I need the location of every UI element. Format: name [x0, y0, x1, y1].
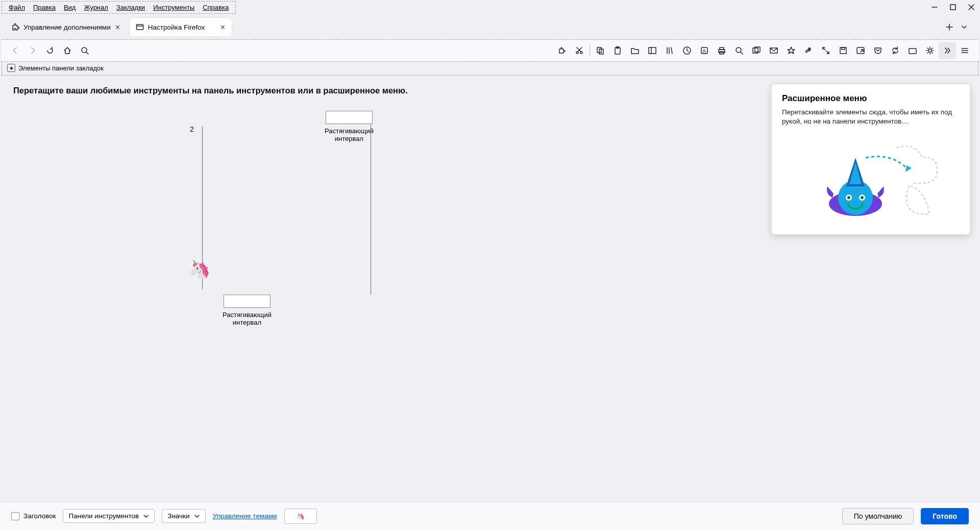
svg-rect-4 [136, 25, 143, 30]
sidebar-icon[interactable] [644, 42, 661, 59]
nav-toolbar: あ [2, 39, 978, 62]
done-button[interactable]: Готово [921, 508, 969, 524]
checkbox-label: Заголовок [23, 512, 56, 520]
devtools-icon[interactable] [800, 42, 817, 59]
print-icon[interactable] [713, 42, 730, 59]
star-icon: ★ [7, 64, 15, 72]
titlebar-checkbox[interactable]: Заголовок [11, 512, 56, 520]
dropdown-label: Значки [167, 512, 189, 520]
svg-point-42 [928, 49, 932, 52]
copy-icon[interactable] [592, 42, 609, 59]
palette-divider [371, 121, 371, 295]
separator [590, 45, 590, 56]
all-tabs-button[interactable] [961, 23, 968, 31]
overflow-chevron-icon[interactable] [939, 42, 956, 59]
library-icon[interactable] [661, 42, 678, 59]
email-link-icon[interactable] [765, 42, 782, 59]
tab-addons[interactable]: Управление дополнениями ✕ [5, 18, 127, 36]
density-dropdown[interactable]: Значки [162, 509, 205, 523]
overflow-panel-body: Перетаскивайте элементы сюда, чтобы имет… [782, 108, 960, 126]
menu-history[interactable]: Журнал [80, 3, 112, 12]
overflow-panel[interactable]: Расширенное меню Перетаскивайте элементы… [772, 84, 970, 234]
pocket-icon[interactable] [869, 42, 887, 59]
svg-rect-37 [840, 47, 846, 54]
unicorn-icon: 🦄 [296, 512, 305, 520]
customize-footer: Заголовок Панели инструментов Значки Упр… [0, 501, 980, 530]
new-tab-button[interactable] [945, 23, 953, 31]
svg-line-9 [86, 52, 88, 54]
back-button[interactable] [7, 42, 24, 59]
svg-rect-18 [649, 47, 656, 54]
tab-label: Настройка Firefox [148, 23, 216, 31]
tab-label: Управление дополнениями [23, 23, 111, 31]
history-icon[interactable] [678, 42, 696, 59]
save-page-icon[interactable] [835, 42, 852, 59]
sync-tabs-icon[interactable] [887, 42, 904, 59]
find-icon[interactable] [730, 42, 748, 59]
flexspace-box [326, 111, 373, 124]
open-file-icon[interactable] [626, 42, 644, 59]
overflow-illustration [782, 137, 960, 224]
palette-item-label: Растягивающий интервал [222, 311, 273, 326]
customize-icon [136, 23, 144, 31]
menu-bar: Файл Правка Вид Журнал Закладки Инструме… [2, 1, 236, 14]
dropdown-label: Панели инструментов [68, 512, 139, 520]
new-window-icon[interactable] [748, 42, 765, 59]
cut-icon[interactable] [571, 42, 588, 59]
flexspace-box [224, 295, 271, 308]
menu-bookmarks[interactable]: Закладки [112, 3, 149, 12]
themes-link[interactable]: Управление темами [213, 512, 277, 520]
svg-point-52 [847, 196, 850, 199]
svg-rect-41 [909, 49, 916, 54]
restore-defaults-button[interactable]: По умолчанию [842, 508, 914, 524]
forward-button[interactable] [24, 42, 41, 59]
svg-point-54 [861, 196, 864, 199]
settings-gear-icon[interactable] [921, 42, 939, 59]
palette-item-badge[interactable]: 2 [166, 125, 217, 133]
menu-tools[interactable]: Инструменты [149, 3, 199, 12]
character-encoding-icon[interactable]: あ [696, 42, 713, 59]
maximize-icon[interactable] [948, 3, 958, 12]
palette-item-flexspace[interactable]: Растягивающий интервал [324, 111, 375, 142]
svg-rect-27 [720, 47, 724, 50]
svg-line-22 [671, 47, 672, 54]
close-icon[interactable]: ✕ [115, 23, 120, 31]
svg-line-30 [741, 52, 743, 54]
menu-view[interactable]: Вид [60, 3, 80, 12]
close-icon[interactable]: ✕ [220, 23, 226, 31]
svg-rect-1 [950, 5, 955, 10]
checkbox-icon [11, 512, 19, 520]
svg-marker-46 [905, 165, 912, 172]
menu-help[interactable]: Справка [199, 3, 233, 12]
menu-edit[interactable]: Правка [29, 3, 60, 12]
private-browsing-icon[interactable] [852, 42, 869, 59]
bookmarks-bar-label: Элементы панели закладок [18, 64, 104, 72]
tab-bar: Управление дополнениями ✕ Настройка Fire… [0, 14, 980, 36]
reload-button[interactable] [41, 42, 59, 59]
puzzle-icon [11, 23, 19, 31]
window-controls [930, 3, 976, 12]
overflow-panel-title: Расширенное меню [782, 93, 960, 104]
fullscreen-icon[interactable] [817, 42, 835, 59]
toolbars-dropdown[interactable]: Панели инструментов [63, 509, 155, 523]
close-window-icon[interactable] [967, 3, 976, 12]
menu-file[interactable]: Файл [5, 3, 29, 12]
minimize-icon[interactable] [930, 3, 939, 12]
badge-label: 2 [166, 125, 217, 133]
svg-rect-38 [842, 47, 845, 50]
palette-item-label: Растягивающий интервал [324, 127, 375, 142]
search-button[interactable] [76, 42, 93, 59]
unicorn-icon: 🦄 [189, 259, 210, 279]
bookmarks-bar[interactable]: ★ Элементы панели закладок [2, 62, 978, 76]
tab-customize[interactable]: Настройка Firefox ✕ [130, 18, 232, 36]
home-button[interactable] [59, 42, 76, 59]
extension-icon[interactable] [553, 42, 571, 59]
palette-item-flexspace[interactable]: Растягивающий интервал [222, 295, 273, 326]
chevron-down-icon [143, 513, 149, 519]
bookmark-star-icon[interactable] [782, 42, 800, 59]
theme-preview-button[interactable]: 🦄 [284, 509, 317, 524]
app-menu-button[interactable] [956, 42, 973, 59]
svg-marker-34 [788, 47, 795, 54]
screenshot-icon[interactable] [904, 42, 921, 59]
paste-icon[interactable] [609, 42, 626, 59]
